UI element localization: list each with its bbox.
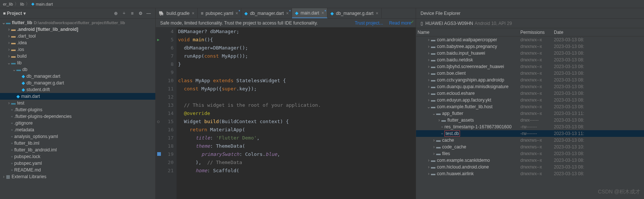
- device-file-row[interactable]: ▬com.android.wallpapercropperdrwxrwx--x2…: [416, 36, 644, 43]
- override-icon[interactable]: ○: [157, 118, 159, 126]
- device-file-row[interactable]: ▬com.duanqu.qupai.minisdksignaturedrwxrw…: [416, 83, 644, 90]
- device-file-row[interactable]: ▬com.example.scankitdemodrwxrwx--x2023-0…: [416, 157, 644, 164]
- tree-item[interactable]: ▬lib: [0, 60, 155, 66]
- device-file-row[interactable]: ▬com.huawei.airlinkdrwxrwx--x2023-03-13 …: [416, 170, 644, 177]
- folder-icon: ▬: [431, 44, 435, 49]
- project-title: ■ Project ▾: [3, 11, 111, 16]
- inspection-ok-icon[interactable]: ✓: [410, 19, 414, 25]
- breadcrumb-item[interactable]: lib: [20, 2, 24, 6]
- device-file-row[interactable]: ▬code_cachedrwxrws--x2023-03-13 10:: [416, 144, 644, 150]
- tree-item[interactable]: ▬.android [flutter_lib_android]: [0, 26, 155, 33]
- device-file-row[interactable]: ▬com.baidu.input_huaweidrwxrwx--x2023-03…: [416, 50, 644, 57]
- tree-item[interactable]: ▫.flutter-plugins: [0, 106, 155, 113]
- tree-item[interactable]: ▬test: [0, 100, 155, 106]
- breakpoint-icon[interactable]: [157, 152, 161, 156]
- device-file-row[interactable]: ▬flutter_assetsdrwx------2023-03-13 08:: [416, 117, 644, 123]
- editor-tab[interactable]: ◆db_manager.g.dart×: [327, 8, 382, 18]
- device-file-row[interactable]: ▫res_timestamp-1-1678673901600-rw-------…: [416, 123, 644, 130]
- editor-tab[interactable]: ◆main.dart×●: [292, 8, 327, 18]
- col-name[interactable]: Name: [416, 30, 520, 35]
- folder-icon: ▬: [431, 51, 435, 56]
- device-file-row[interactable]: ▬com.ecloud.esharedrwxrwx--x2023-03-13 0…: [416, 90, 644, 97]
- read-more-link[interactable]: Read more: [389, 20, 411, 26]
- close-icon[interactable]: ×: [192, 11, 194, 16]
- watermark: CSDN @积木成才: [598, 189, 640, 195]
- file-icon: ▫: [441, 131, 443, 136]
- tree-item[interactable]: ▫analysis_options.yaml: [0, 133, 155, 140]
- tree-item[interactable]: ▫pubspec.lock: [0, 153, 155, 160]
- tree-item[interactable]: ▫.flutter-plugins-dependencies: [0, 113, 155, 120]
- run-icon[interactable]: ▶: [157, 36, 159, 44]
- tree-item[interactable]: ▬build: [0, 53, 155, 60]
- breadcrumb-item[interactable]: er_lib: [3, 2, 13, 6]
- folder-icon: ▬: [436, 144, 441, 150]
- tree-item[interactable]: ▫flutter_lib_android.iml: [0, 147, 155, 153]
- editor-panel: 🐘build.gradle×≡pubspec.yaml×●◆db_manager…: [156, 8, 416, 199]
- dart-icon: ◆: [295, 10, 298, 16]
- external-libraries[interactable]: ▦External Libraries: [0, 173, 155, 180]
- col-permissions[interactable]: Permissions: [520, 30, 554, 35]
- folder-icon: ▬: [431, 91, 435, 96]
- editor-tab[interactable]: ≡pubspec.yaml×●: [198, 8, 241, 18]
- device-file-row[interactable]: ▫test.db-rw-------2023-03-13 11:: [416, 130, 644, 137]
- yaml-icon: ≡: [201, 11, 203, 16]
- device-selector[interactable]: ▯ HUAWEI AGS3-W09HN Android 10, API 29: [416, 19, 644, 28]
- device-file-row[interactable]: ▬com.baidu.netdiskdrwxrwx--x2023-03-13 0…: [416, 57, 644, 63]
- device-file-row[interactable]: ▬filesdrwxrwx--x2023-03-13 08:: [416, 150, 644, 157]
- tree-item[interactable]: ▫README.md: [0, 167, 155, 173]
- tree-item[interactable]: ▬.ios: [0, 46, 155, 53]
- project-root[interactable]: ▬flutter_libD:\android\workspace\flutter…: [0, 19, 155, 26]
- tree-item[interactable]: ▫.metadata: [0, 126, 155, 133]
- editor-tab[interactable]: 🐘build.gradle×: [156, 8, 198, 18]
- device-file-row[interactable]: ▬com.boe.clientdrwxrwx--x2023-03-13 08:: [416, 70, 644, 77]
- tree-item[interactable]: ◆db_manager.g.dart: [0, 80, 155, 86]
- device-file-row[interactable]: ▬com.hicloud.android.clonedrwxrwx--x2023…: [416, 164, 644, 170]
- folder-icon: ▬: [441, 118, 446, 123]
- select-opened-icon[interactable]: ⊕: [112, 10, 120, 17]
- project-panel: ■ Project ▾ ⊕ ÷ ≡ ⚙ — ▬flutter_libD:\and…: [0, 8, 156, 199]
- editor-code[interactable]: DBManager? dbManager;void main(){ dbMana…: [177, 28, 416, 199]
- project-tree[interactable]: ▬flutter_libD:\android\workspace\flutter…: [0, 19, 155, 199]
- breadcrumb-item[interactable]: main.dart: [36, 2, 53, 6]
- device-file-row[interactable]: ▬com.bjbyhd.screenreader_huaweidrwxrwx--…: [416, 63, 644, 70]
- tree-item[interactable]: ▫.gitignore: [0, 120, 155, 126]
- editor-tab[interactable]: ◆db_manager.dart×●: [241, 8, 292, 18]
- editor-gutter[interactable]: 4▶567891011121314○15161718192021: [156, 28, 177, 199]
- tree-item[interactable]: ▫pubspec.yaml: [0, 160, 155, 167]
- col-date[interactable]: Date: [554, 30, 644, 35]
- folder-icon: ▬: [431, 77, 435, 83]
- device-file-row[interactable]: ▬app_flutterdrwxrwx--x2023-03-13 11:: [416, 110, 644, 117]
- trust-project-link[interactable]: Trust project...: [355, 20, 383, 26]
- folder-icon: ▬: [431, 57, 435, 62]
- tree-item[interactable]: ◆db_manager.dart: [0, 73, 155, 80]
- safe-mode-bar: Safe mode, limited functionality. Trust …: [156, 19, 416, 28]
- hide-icon[interactable]: —: [145, 10, 152, 17]
- editor-tabs: 🐘build.gradle×≡pubspec.yaml×●◆db_manager…: [156, 8, 416, 19]
- tree-item[interactable]: ▬db: [0, 66, 155, 73]
- collapse-icon[interactable]: ÷: [120, 10, 128, 17]
- folder-icon: ▬: [431, 104, 435, 109]
- gradle-icon: 🐘: [159, 11, 164, 16]
- close-icon[interactable]: ×: [286, 11, 289, 16]
- tree-item[interactable]: ◆main.dart: [0, 93, 155, 100]
- close-icon[interactable]: ×: [321, 10, 324, 16]
- tree-item[interactable]: ◆student.drift: [0, 86, 155, 93]
- tree-item[interactable]: ▫flutter_lib.iml: [0, 140, 155, 147]
- expand-icon[interactable]: ≡: [129, 10, 136, 17]
- folder-icon: ▬: [431, 97, 435, 103]
- device-file-row[interactable]: ▬cachedrwxrws--x2023-03-13 08:: [416, 137, 644, 144]
- tree-item[interactable]: ▬.dart_tool: [0, 33, 155, 39]
- folder-icon: ▬: [436, 138, 441, 143]
- close-icon[interactable]: ×: [235, 11, 238, 16]
- device-file-row[interactable]: ▬com.eduyun.app.factory.yktdrwxrwx--x202…: [416, 97, 644, 103]
- file-icon: ▫: [441, 124, 443, 129]
- phone-icon: ▯: [421, 21, 423, 26]
- settings-icon[interactable]: ⚙: [137, 10, 144, 17]
- folder-icon: ▬: [436, 111, 441, 116]
- folder-icon: ▬: [431, 164, 435, 170]
- tree-item[interactable]: ▬.idea: [0, 39, 155, 46]
- close-icon[interactable]: ×: [376, 11, 378, 16]
- device-file-row[interactable]: ▬com.example.flutter_lib.hostdrwxrwx--x2…: [416, 103, 644, 110]
- device-file-row[interactable]: ▬com.cctv.yangshipin.app.androidpdrwxrwx…: [416, 77, 644, 83]
- device-file-row[interactable]: ▬com.babytree.apps.pregnancydrwxrwx--x20…: [416, 43, 644, 50]
